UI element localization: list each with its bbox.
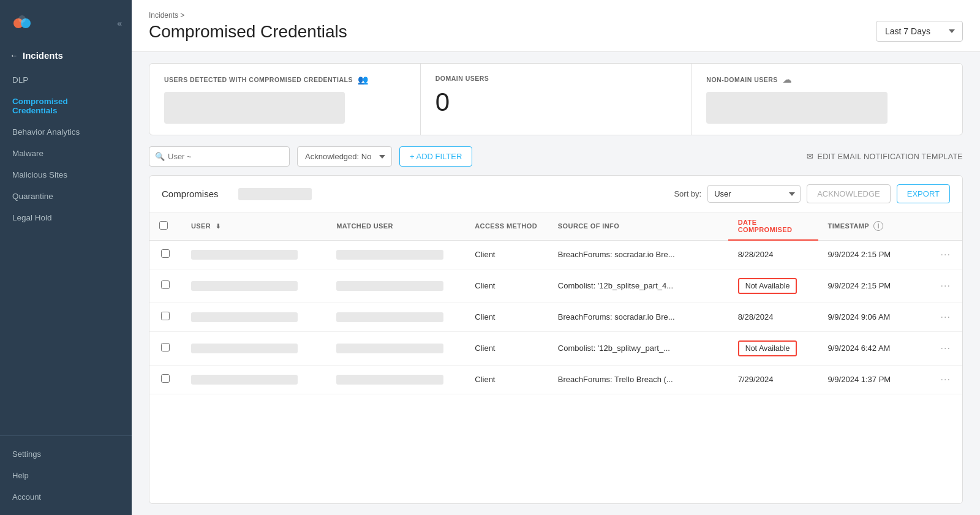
users-detected-icon: 👥: [358, 75, 369, 85]
sidebar-item-help[interactable]: Help: [0, 465, 132, 486]
row-checkbox-cell[interactable]: [149, 240, 181, 269]
more-actions-icon[interactable]: ···: [940, 343, 950, 353]
matched-placeholder: [336, 312, 443, 322]
row-checkbox[interactable]: [161, 374, 170, 383]
matched-placeholder: [336, 375, 443, 385]
row-access-cell: Client: [465, 303, 548, 331]
row-access-cell: Client: [465, 240, 548, 269]
table-scroll-area: USER ⬇ MATCHED USER ACCESS METHOD SOURCE…: [149, 212, 962, 503]
sidebar-item-behavior-analytics[interactable]: Behavior Analytics: [0, 121, 132, 143]
table-body: Client BreachForums: socradar.io Bre... …: [149, 240, 962, 394]
row-date-cell: 7/29/2024: [728, 365, 818, 394]
row-timestamp-cell: 9/9/2024 9:06 AM: [818, 303, 929, 331]
acknowledged-filter[interactable]: Acknowledged: No Acknowledged: Yes All: [297, 146, 392, 167]
more-actions-icon[interactable]: ···: [940, 249, 950, 260]
col-header-date-compromised[interactable]: DATE COMPROMISED: [728, 212, 818, 240]
col-header-user[interactable]: USER ⬇: [181, 212, 326, 240]
row-checkbox[interactable]: [161, 343, 170, 351]
filters-bar: 🔍 Acknowledged: No Acknowledged: Yes All…: [132, 146, 980, 175]
row-source-cell: BreachForums: socradar.io Bre...: [548, 240, 728, 269]
row-user-cell: [181, 365, 326, 394]
edit-email-notification-link[interactable]: ✉ EDIT EMAIL NOTIFICATION TEMPLATE: [807, 152, 963, 161]
sidebar-item-account[interactable]: Account: [0, 486, 132, 508]
acknowledge-button[interactable]: ACKNOWLEDGE: [807, 184, 891, 203]
row-actions-cell[interactable]: ···: [929, 269, 962, 303]
row-checkbox-cell[interactable]: [149, 331, 181, 365]
timestamp-info-icon[interactable]: i: [873, 221, 883, 231]
row-matched-cell: [326, 240, 465, 269]
row-date-cell: Not Available: [728, 331, 818, 365]
sidebar-logo-area: «: [0, 0, 132, 44]
table-section: Compromises Sort by: User Date Compromis…: [149, 175, 963, 504]
incidents-section-header[interactable]: ← Incidents: [0, 44, 132, 69]
svg-point-2: [18, 15, 26, 23]
row-checkbox[interactable]: [161, 249, 170, 258]
table-row: Client BreachForums: socradar.io Bre... …: [149, 303, 962, 331]
matched-placeholder: [336, 344, 443, 353]
matched-placeholder: [336, 281, 443, 291]
col-select-all[interactable]: [149, 212, 181, 240]
row-actions-cell[interactable]: ···: [929, 365, 962, 394]
sidebar-item-dlp[interactable]: DLP: [0, 69, 132, 91]
row-source-cell: Combolist: '12b_splitse_part_4...: [548, 269, 728, 303]
col-header-actions: [929, 212, 962, 240]
user-placeholder: [191, 250, 298, 260]
sort-controls: Sort by: User Date Compromised Timestamp…: [674, 184, 950, 203]
select-all-checkbox[interactable]: [159, 221, 168, 230]
user-placeholder: [191, 312, 298, 322]
sidebar-item-compromised-credentials[interactable]: CompromisedCredentials: [0, 91, 132, 121]
table-header-row: Compromises Sort by: User Date Compromis…: [149, 176, 962, 212]
sidebar-item-settings[interactable]: Settings: [0, 443, 132, 465]
row-timestamp-cell: 9/9/2024 1:37 PM: [818, 365, 929, 394]
export-button[interactable]: EXPORT: [897, 184, 950, 203]
row-access-cell: Client: [465, 365, 548, 394]
row-matched-cell: [326, 365, 465, 394]
row-checkbox[interactable]: [161, 312, 170, 320]
table-row: Client BreachForums: socradar.io Bre... …: [149, 240, 962, 269]
user-sort-arrow-icon: ⬇: [216, 223, 221, 230]
collapse-sidebar-button[interactable]: «: [117, 18, 122, 28]
row-checkbox[interactable]: [161, 280, 170, 289]
more-actions-icon[interactable]: ···: [940, 374, 950, 385]
row-actions-cell[interactable]: ···: [929, 331, 962, 365]
date-filter-select[interactable]: Last 7 Days Last 30 Days Last 90 Days Cu…: [876, 21, 963, 42]
sidebar-item-malware[interactable]: Malware: [0, 143, 132, 164]
row-access-cell: Client: [465, 269, 548, 303]
row-matched-cell: [326, 269, 465, 303]
sidebar-bottom: Settings Help Account: [0, 435, 132, 515]
stat-placeholder-non-domain: [706, 92, 887, 124]
row-actions-cell[interactable]: ···: [929, 240, 962, 269]
more-actions-icon[interactable]: ···: [940, 280, 950, 291]
col-header-matched-user: MATCHED USER: [326, 212, 465, 240]
stat-card-users-detected: USERS DETECTED WITH COMPROMISED CREDENTI…: [149, 64, 421, 135]
row-checkbox-cell[interactable]: [149, 303, 181, 331]
more-actions-icon[interactable]: ···: [940, 312, 950, 322]
sidebar: « ← Incidents DLP CompromisedCredentials…: [0, 0, 132, 515]
sidebar-item-quarantine[interactable]: Quarantine: [0, 186, 132, 207]
table-title: Compromises: [162, 189, 219, 199]
row-checkbox-cell[interactable]: [149, 269, 181, 303]
row-source-cell: Combolist: '12b_splitwy_part_...: [548, 331, 728, 365]
search-input[interactable]: [149, 146, 290, 167]
stat-label-users-detected: USERS DETECTED WITH COMPROMISED CREDENTI…: [164, 75, 405, 85]
sort-by-label: Sort by:: [674, 189, 701, 198]
row-access-cell: Client: [465, 331, 548, 365]
add-filter-button[interactable]: + ADD FILTER: [399, 146, 472, 167]
row-checkbox-cell[interactable]: [149, 365, 181, 394]
row-date-cell: 8/28/2024: [728, 303, 818, 331]
row-user-cell: [181, 269, 326, 303]
row-actions-cell[interactable]: ···: [929, 303, 962, 331]
stat-value-domain-users: 0: [435, 89, 677, 115]
stat-label-domain-users: DOMAIN USERS: [435, 75, 677, 82]
page-title: Compromised Credentials: [149, 22, 347, 42]
sidebar-item-legal-hold[interactable]: Legal Hold: [0, 207, 132, 228]
sidebar-item-malicious-sites[interactable]: Malicious Sites: [0, 164, 132, 186]
sidebar-section-label: Incidents: [23, 50, 63, 61]
sidebar-nav: DLP CompromisedCredentials Behavior Anal…: [0, 69, 132, 435]
stat-card-non-domain-users: NON-DOMAIN USERS ☁: [692, 64, 962, 135]
row-user-cell: [181, 331, 326, 365]
non-domain-icon: ☁: [783, 75, 792, 85]
sort-select[interactable]: User Date Compromised Timestamp: [707, 185, 801, 203]
email-icon: ✉: [807, 152, 813, 161]
row-date-cell: 8/28/2024: [728, 240, 818, 269]
